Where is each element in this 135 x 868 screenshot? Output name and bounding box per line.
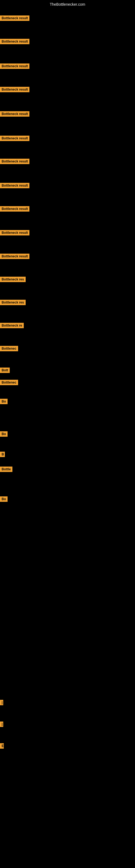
bottleneck-badge-24: | [0, 721, 3, 727]
bottleneck-badge-21: Bottle [0, 467, 12, 472]
bottleneck-badge-6: Bottleneck result [0, 135, 30, 141]
bottleneck-badge-8: Bottleneck result [0, 183, 30, 188]
bottleneck-badge-11: Bottleneck result [0, 254, 30, 259]
bottleneck-badge-10: Bottleneck result [0, 230, 30, 236]
bottleneck-badge-15: Bottlenec [0, 346, 18, 351]
bottleneck-badge-25: E [0, 743, 4, 749]
bottleneck-badge-9: Bottleneck result [0, 206, 30, 212]
bottleneck-badge-20: B [0, 452, 5, 457]
bottleneck-badge-19: Bo [0, 431, 8, 437]
bottleneck-badge-16: Bott [0, 368, 10, 373]
bottleneck-badge-22: Bo [0, 496, 8, 502]
bottleneck-badge-3: Bottleneck result [0, 63, 30, 69]
bottleneck-badge-13: Bottleneck res [0, 300, 26, 305]
bottleneck-badge-12: Bottleneck res [0, 277, 26, 282]
bottleneck-badge-4: Bottleneck result [0, 87, 30, 92]
bottleneck-badge-2: Bottleneck result [0, 39, 30, 44]
bottleneck-badge-7: Bottleneck result [0, 159, 30, 164]
bottleneck-badge-23: | [0, 700, 3, 705]
bottleneck-badge-18: Bo [0, 399, 8, 404]
site-title: TheBottlenecker.com [0, 0, 135, 9]
bottleneck-badge-1: Bottleneck result [0, 16, 30, 21]
bottleneck-badge-14: Bottleneck re [0, 323, 24, 328]
bottleneck-badge-5: Bottleneck result [0, 111, 30, 117]
bottleneck-badge-17: Bottlenec [0, 380, 18, 385]
